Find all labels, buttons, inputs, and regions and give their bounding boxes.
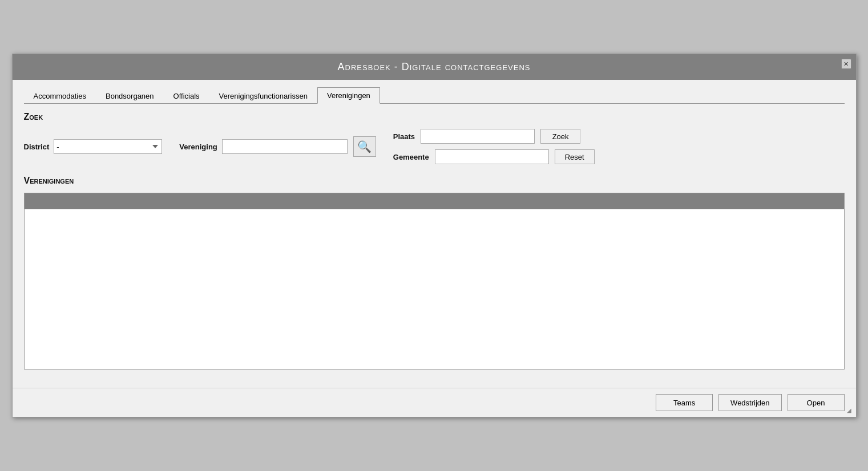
teams-button[interactable]: Teams [656,394,713,411]
resize-handle[interactable]: ◢ [847,408,854,415]
district-label: District [24,143,50,151]
bottom-bar: Teams Wedstrijden Open [13,388,856,417]
table-header [25,193,844,209]
reset-button[interactable]: Reset [555,149,595,164]
window-title: Adresboek - Digitale contactgegevens [338,61,531,72]
tab-verenigingsfunctionarissen[interactable]: Verenigingsfunctionarissen [209,88,317,104]
main-window: Adresboek - Digitale contactgegevens ✕ A… [12,54,857,417]
tab-accommodaties[interactable]: Accommodaties [24,88,96,104]
zoek-button[interactable]: Zoek [540,129,580,144]
vereniging-group: Vereniging [179,139,347,154]
plaats-input[interactable] [421,129,535,144]
search-section: Zoek District - Noord Oost Zuid [24,112,845,164]
tab-bar: Accommodaties Bondsorganen Officials Ver… [24,87,845,104]
wedstrijden-button[interactable]: Wedstrijden [718,394,781,411]
gemeente-label: Gemeente [393,153,429,161]
tab-bondsorganen[interactable]: Bondsorganen [96,88,164,104]
open-button[interactable]: Open [788,394,845,411]
vereniging-label: Vereniging [179,143,217,151]
district-select[interactable]: - Noord Oost Zuid West [54,139,162,154]
verenigingen-section: Verenigingen [24,176,845,370]
tab-verenigingen[interactable]: Verenigingen [317,87,380,104]
search-title: Zoek [24,112,845,122]
magnifier-icon: 🔍 [357,140,372,153]
close-icon: ✕ [843,60,849,68]
district-group: District - Noord Oost Zuid West [24,139,163,154]
vereniging-input[interactable] [222,139,348,154]
verenigingen-title: Verenigingen [24,176,845,186]
title-bar: Adresboek - Digitale contactgegevens ✕ [13,54,856,80]
gemeente-input[interactable] [435,149,549,164]
search-icon-button[interactable]: 🔍 [353,136,376,157]
close-button[interactable]: ✕ [841,59,851,69]
content-area: Accommodaties Bondsorganen Officials Ver… [13,80,856,388]
verenigingen-table[interactable] [24,193,845,370]
resize-icon: ◢ [847,407,851,413]
plaats-label: Plaats [393,132,415,141]
tab-officials[interactable]: Officials [164,88,209,104]
